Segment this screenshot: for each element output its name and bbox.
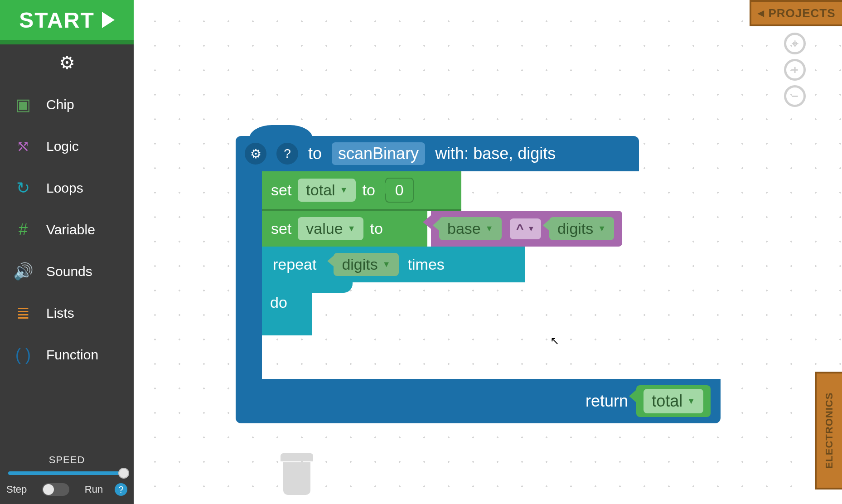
start-button[interactable]: START [0, 0, 134, 44]
question-icon: ? [284, 146, 291, 161]
set-value-block[interactable]: set value ▼ to [262, 211, 427, 247]
variable-dropdown-digits[interactable]: digits ▼ [549, 217, 614, 240]
block-settings-button[interactable]: ⚙ [245, 143, 266, 165]
return-row[interactable]: return total ▼ [236, 379, 721, 423]
variable-dropdown-repeat-count[interactable]: digits ▼ [334, 253, 398, 276]
toggle-knob [43, 484, 54, 495]
play-icon [102, 12, 115, 28]
chip-icon: ▣ [13, 94, 34, 115]
category-loops[interactable]: ↻ Loops [13, 178, 134, 199]
settings-button[interactable]: ⚙ [0, 44, 134, 81]
function-definition-block[interactable]: ⚙ ? to scanBinary with: base, digits set… [236, 136, 639, 282]
plus-icon: + [791, 63, 798, 77]
category-label: Loops [46, 180, 83, 196]
chevron-down-icon: ▼ [485, 224, 494, 233]
category-variable[interactable]: # Variable [13, 219, 134, 240]
dropdown-value: total [306, 181, 335, 199]
chevron-down-icon: ▼ [348, 224, 356, 233]
category-function[interactable]: ( ) Function [13, 344, 134, 365]
variable-icon: # [13, 219, 34, 240]
do-keyword: do [270, 294, 287, 311]
electronics-label: ELECTRONICS [823, 393, 835, 469]
chevron-down-icon: ▼ [598, 224, 606, 233]
repeat-block[interactable]: repeat digits ▼ times do [262, 247, 639, 282]
help-button[interactable]: ? [115, 483, 127, 496]
to-keyword: to [362, 181, 375, 199]
operator-dropdown[interactable]: ^ ▼ [510, 218, 541, 239]
number-literal[interactable]: 0 [385, 178, 414, 203]
block-help-button[interactable]: ? [276, 143, 298, 165]
category-chip[interactable]: ▣ Chip [13, 94, 134, 115]
variable-dropdown-base[interactable]: base ▼ [439, 217, 502, 240]
projects-label: PROJECTS [768, 6, 835, 20]
zoom-in-button[interactable]: + [784, 59, 806, 81]
trash-body-icon [283, 462, 310, 495]
recenter-button[interactable]: ⌖ [784, 33, 806, 54]
with-params: with: base, digits [435, 144, 556, 163]
set-total-block[interactable]: set total ▼ to 0 [262, 171, 461, 211]
zoom-out-button[interactable]: − [784, 85, 806, 107]
function-icon: ( ) [13, 344, 34, 365]
dropdown-value: total [652, 392, 682, 411]
category-label: Function [46, 347, 98, 363]
variable-dropdown-return[interactable]: total ▼ [644, 389, 703, 413]
to-keyword: to [308, 144, 322, 163]
lists-icon: ≣ [13, 303, 34, 324]
dropdown-value: value [306, 220, 343, 237]
category-lists[interactable]: ≣ Lists [13, 303, 134, 324]
block-workspace: ⚙ ? to scanBinary with: base, digits set… [236, 136, 743, 412]
repeat-keyword: repeat [273, 256, 316, 273]
sounds-icon: 🔊 [13, 261, 34, 282]
chevron-down-icon: ▼ [340, 185, 348, 195]
times-keyword: times [408, 256, 445, 273]
speed-slider[interactable] [8, 471, 126, 475]
dropdown-value: digits [557, 220, 593, 237]
loops-icon: ↻ [13, 178, 34, 199]
category-label: Chip [46, 97, 74, 112]
gear-icon: ⚙ [59, 52, 75, 73]
step-run-toggle[interactable] [42, 483, 69, 496]
dropdown-value: base [447, 220, 481, 237]
slider-thumb[interactable] [118, 468, 129, 479]
trash-button[interactable] [279, 453, 315, 499]
chevron-down-icon: ▼ [382, 260, 391, 269]
chevron-down-icon: ▼ [687, 397, 695, 406]
speed-run-label: Run [85, 484, 103, 495]
minus-icon: − [791, 89, 798, 103]
to-keyword: to [370, 220, 382, 237]
speed-step-label: Step [6, 484, 27, 495]
start-label: START [19, 8, 94, 33]
variable-dropdown-value[interactable]: value ▼ [298, 217, 363, 240]
speed-label: SPEED [6, 454, 127, 466]
set-keyword: set [271, 220, 291, 237]
repeat-notch [312, 277, 353, 293]
help-icon: ? [118, 485, 123, 495]
function-name-field[interactable]: scanBinary [332, 142, 425, 165]
trash-lid-icon [281, 453, 313, 461]
dropdown-value: digits [342, 256, 377, 273]
number-value: 0 [395, 181, 404, 199]
return-keyword: return [586, 392, 628, 411]
function-rail [236, 170, 262, 379]
operator-value: ^ [516, 221, 524, 237]
electronics-tab[interactable]: ELECTRONICS [815, 372, 842, 489]
category-list: ▣ Chip ⤲ Logic ↻ Loops # Variable 🔊 Soun… [0, 94, 134, 365]
category-logic[interactable]: ⤲ Logic [13, 136, 134, 157]
function-header[interactable]: ⚙ ? to scanBinary with: base, digits [236, 136, 639, 171]
math-power-block[interactable]: base ▼ ^ ▼ digits ▼ [431, 211, 622, 247]
set-keyword: set [271, 181, 291, 199]
workspace-canvas[interactable]: PROJECTS ELECTRONICS ⌖ + − ⚙ ? [134, 0, 842, 504]
mouse-cursor-icon: ↖ [550, 334, 559, 347]
category-label: Logic [46, 139, 79, 154]
category-label: Sounds [46, 264, 92, 279]
variable-dropdown-total[interactable]: total ▼ [298, 179, 356, 202]
target-icon: ⌖ [792, 37, 798, 51]
sidebar: START ⚙ ▣ Chip ⤲ Logic ↻ Loops # Variabl… [0, 0, 134, 504]
gear-icon: ⚙ [250, 146, 261, 161]
speed-controls: SPEED Step Run ? [0, 449, 134, 504]
projects-tab[interactable]: PROJECTS [750, 0, 842, 26]
category-sounds[interactable]: 🔊 Sounds [13, 261, 134, 282]
category-label: Variable [46, 222, 95, 237]
category-label: Lists [46, 305, 74, 321]
return-value-slot[interactable]: total ▼ [636, 385, 711, 417]
